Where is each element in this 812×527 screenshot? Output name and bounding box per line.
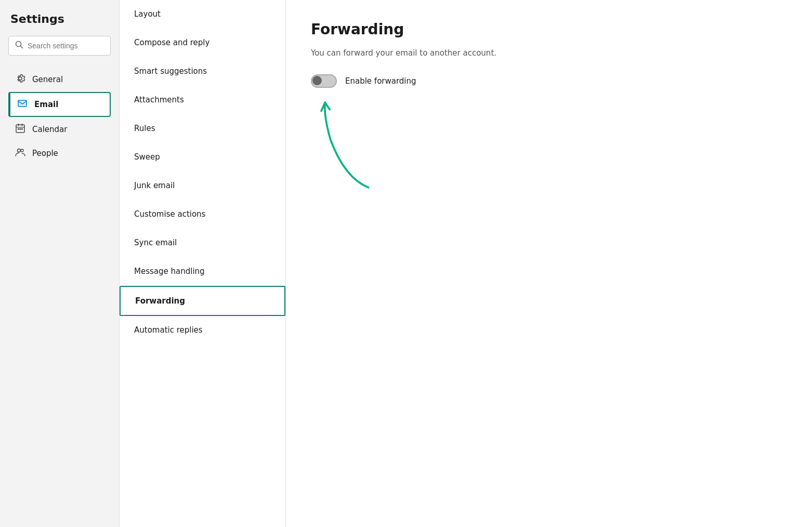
svg-rect-7 [18,128,19,130]
middle-item-automatic-replies[interactable]: Automatic replies [120,316,285,345]
gear-icon [15,73,26,86]
search-input[interactable] [28,42,104,50]
forwarding-toggle-row: Enable forwarding [311,74,787,88]
email-icon [17,98,28,111]
people-icon [15,147,26,160]
middle-item-rules[interactable]: Rules [120,114,285,143]
middle-item-customise-actions[interactable]: Customise actions [120,200,285,229]
middle-item-layout[interactable]: Layout [120,0,285,29]
svg-rect-2 [18,100,27,107]
sidebar-item-people[interactable]: People [8,142,111,165]
middle-panel: Layout Compose and reply Smart suggestio… [120,0,286,527]
page-title: Forwarding [311,21,787,38]
sidebar: Settings General [0,0,120,527]
middle-item-compose-reply[interactable]: Compose and reply [120,29,285,57]
page-description: You can forward your email to another ac… [311,48,787,58]
svg-rect-8 [20,128,21,130]
sidebar-item-email[interactable]: Email [8,92,111,117]
middle-item-sweep[interactable]: Sweep [120,143,285,172]
sidebar-item-calendar-label: Calendar [32,125,67,134]
middle-item-attachments[interactable]: Attachments [120,86,285,114]
sidebar-item-people-label: People [32,149,58,158]
enable-forwarding-toggle[interactable] [311,74,337,88]
arrow-svg [316,93,378,197]
sidebar-item-email-label: Email [34,100,58,109]
svg-line-1 [21,46,23,48]
svg-rect-9 [21,128,23,130]
enable-forwarding-label: Enable forwarding [345,76,416,86]
sidebar-item-general[interactable]: General [8,68,111,91]
right-panel: Forwarding You can forward your email to… [286,0,812,527]
middle-item-forwarding[interactable]: Forwarding [120,286,285,316]
arrow-annotation [316,93,378,197]
middle-item-junk-email[interactable]: Junk email [120,172,285,200]
sidebar-title: Settings [8,12,111,25]
svg-point-11 [21,149,23,152]
sidebar-item-general-label: General [32,75,63,84]
calendar-icon [15,123,26,136]
middle-item-message-handling[interactable]: Message handling [120,257,285,286]
svg-point-10 [18,149,21,152]
middle-item-sync-email[interactable]: Sync email [120,229,285,257]
search-icon [15,41,23,51]
sidebar-nav: General Email [8,68,111,165]
toggle-thumb [312,76,322,85]
sidebar-item-calendar[interactable]: Calendar [8,118,111,141]
middle-item-smart-suggestions[interactable]: Smart suggestions [120,57,285,86]
search-box[interactable] [8,36,111,56]
